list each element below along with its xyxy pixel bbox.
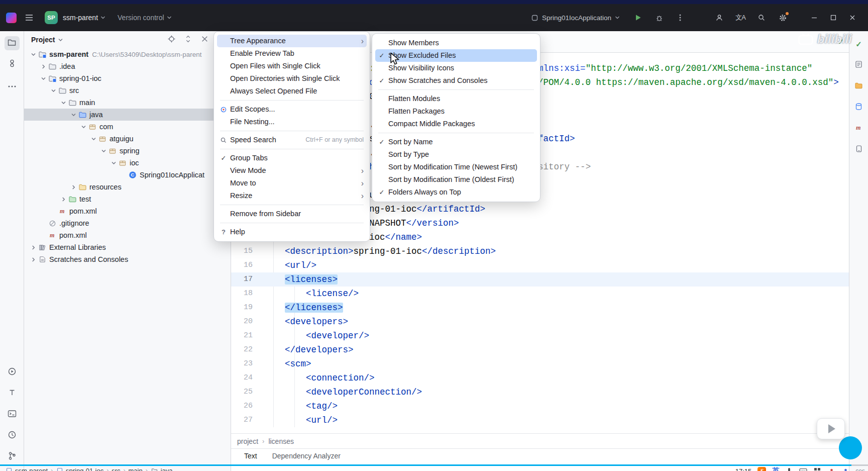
tree-item-java[interactable]: java	[24, 109, 231, 121]
debug-button[interactable]	[651, 10, 667, 25]
code-line-23[interactable]: 23 <scm>	[231, 357, 849, 371]
project-tool-button[interactable]	[5, 36, 20, 50]
maximize-button[interactable]	[824, 10, 843, 25]
chevron-right-icon[interactable]	[29, 243, 38, 252]
keyboard-icon[interactable]	[799, 467, 807, 471]
tree-item-test[interactable]: test	[24, 193, 231, 205]
menu-item-speed-search[interactable]: Speed SearchCtrl+F or any symbol	[217, 134, 367, 146]
bilibili-play-widget[interactable]	[817, 418, 857, 458]
chevron-down-icon[interactable]	[49, 86, 58, 95]
code-line-19[interactable]: 19 </licenses>	[231, 301, 849, 315]
tree-item-ssm-parent[interactable]: ssm-parentC:\Users\53409\Desktop\ssm-par…	[24, 48, 231, 60]
code-line-17[interactable]: 17 <licenses>	[231, 272, 849, 287]
tree-item-ioc[interactable]: ioc	[24, 157, 231, 169]
menu-item-always-select-opened-file[interactable]: Always Select Opened File	[217, 85, 367, 98]
grid-icon[interactable]	[813, 467, 821, 471]
code-line-25[interactable]: 25 <developerConnection/>	[231, 385, 849, 399]
git-tool-button[interactable]	[5, 450, 20, 464]
menu-item-edit-scopes[interactable]: Edit Scopes...	[217, 103, 367, 116]
expand-collapse-button[interactable]	[183, 35, 192, 44]
device-tool-button[interactable]	[853, 145, 864, 155]
chevron-down-icon[interactable]	[99, 147, 108, 155]
tree-item-pom-xml[interactable]: mpom.xml	[24, 229, 231, 241]
code-line-22[interactable]: 22 </developers>	[231, 343, 849, 357]
menu-item-folders-always-on-top[interactable]: ✓Folders Always on Top	[375, 186, 537, 199]
tree-item-gitignore[interactable]: .gitignore	[24, 217, 231, 229]
breadcrumb-item-project[interactable]: project	[237, 437, 258, 445]
menu-item-flatten-packages[interactable]: Flatten Packages	[375, 105, 537, 118]
menu-item-compact-middle-packages[interactable]: Compact Middle Packages	[375, 118, 537, 130]
menu-item-sort-by-type[interactable]: Sort by Type	[375, 148, 537, 161]
chevron-down-icon[interactable]	[69, 111, 78, 119]
menu-item-flatten-modules[interactable]: Flatten Modules	[375, 92, 537, 105]
tree-item-resources[interactable]: resources	[24, 181, 231, 193]
chevron-down-icon[interactable]	[59, 99, 68, 107]
chevron-right-icon[interactable]	[69, 183, 78, 192]
tree-item-main[interactable]: main	[24, 97, 231, 109]
code-line-18[interactable]: 18 <license/>	[231, 287, 849, 301]
terminal-tool-button[interactable]	[5, 408, 20, 422]
run-configuration-widget[interactable]: Spring01IocApplication	[531, 14, 620, 22]
menu-item-tree-appearance[interactable]: Tree Appearance›	[217, 35, 367, 47]
menu-item-remove-from-sidebar[interactable]: Remove from Sidebar	[217, 208, 367, 220]
status-path-main[interactable]: main	[129, 467, 143, 471]
menu-item-file-nesting[interactable]: File Nesting...	[217, 116, 367, 128]
more-actions-button[interactable]	[672, 10, 688, 25]
tree-item-atguigu[interactable]: atguigu	[24, 133, 231, 145]
menu-item-sort-by-name[interactable]: ✓Sort by Name	[375, 136, 537, 148]
tree-item-idea[interactable]: .idea	[24, 60, 231, 72]
chevron-down-icon[interactable]	[29, 50, 38, 59]
user-blue-icon[interactable]	[841, 467, 849, 471]
tree-item-spring01iocapplicat[interactable]: CSpring01IocApplicat	[24, 169, 231, 181]
main-menu-button[interactable]	[22, 10, 37, 25]
menu-item-resize[interactable]: Resize›	[217, 190, 367, 202]
code-line-24[interactable]: 24 <connection/>	[231, 371, 849, 385]
code-line-20[interactable]: 20 <developers>	[231, 315, 849, 329]
tree-item-external-libraries[interactable]: External Libraries	[24, 241, 231, 253]
maven-tool-button[interactable]	[853, 81, 864, 91]
maven-module-tool-button[interactable]: m	[853, 124, 864, 134]
document-tool-button[interactable]	[853, 60, 864, 70]
menu-item-sort-by-modification-time-newest-first[interactable]: Sort by Modification Time (Newest First)	[375, 161, 537, 173]
tab-dependency-analyzer[interactable]: Dependency Analyzer	[272, 452, 341, 466]
tree-item-scratches-and-consoles[interactable]: Scratches and Consoles	[24, 253, 231, 265]
menu-item-enable-preview-tab[interactable]: Enable Preview Tab	[217, 47, 367, 60]
code-line-21[interactable]: 21 <developer/>	[231, 329, 849, 343]
minimize-button[interactable]	[805, 10, 824, 25]
tree-item-src[interactable]: src	[24, 84, 231, 97]
tree-item-spring[interactable]: spring	[24, 145, 231, 157]
tree-item-com[interactable]: com	[24, 121, 231, 133]
database-tool-button[interactable]	[853, 103, 864, 113]
code-line-27[interactable]: 27 <url/>	[231, 413, 849, 427]
menu-item-open-directories-with-single-click[interactable]: Open Directories with Single Click	[217, 72, 367, 85]
settings-button[interactable]	[775, 10, 791, 25]
breadcrumb-item-licenses[interactable]: licenses	[268, 437, 294, 445]
structure-tool-button[interactable]	[5, 57, 20, 71]
sogou-ime-icon[interactable]: S	[757, 467, 766, 471]
ime-language-indicator[interactable]: 英	[772, 466, 779, 471]
menu-item-show-members[interactable]: Show Members	[375, 37, 537, 49]
status-path-src[interactable]: src	[112, 467, 120, 471]
menu-item-move-to[interactable]: Move to›	[217, 177, 367, 190]
translate-button[interactable]: 文A	[732, 10, 748, 25]
services-tool-button[interactable]	[5, 365, 20, 380]
chevron-right-icon[interactable]	[59, 195, 68, 204]
code-line-15[interactable]: 15 <description>spring-01-ioc</descripti…	[231, 244, 849, 258]
locate-file-button[interactable]	[167, 35, 176, 44]
menu-item-open-files-with-single-click[interactable]: Open Files with Single Click	[217, 60, 367, 72]
status-path-java[interactable]: java	[151, 466, 173, 471]
menu-item-sort-by-modification-time-oldest-first[interactable]: Sort by Modification Time (Oldest First)	[375, 173, 537, 186]
tree-item-pom-xml[interactable]: mpom.xml	[24, 205, 231, 217]
status-path-ssm-parent[interactable]: ssm-parent	[5, 466, 48, 471]
menu-item-group-tabs[interactable]: ✓Group Tabs	[217, 152, 367, 164]
tab-text[interactable]: Text	[244, 452, 257, 466]
inspections-ok-tool-button[interactable]: ✓	[853, 39, 864, 49]
code-line-26[interactable]: 26 <tag/>	[231, 399, 849, 413]
chevron-down-icon[interactable]	[79, 123, 88, 131]
menu-item-help[interactable]: ?Help	[217, 226, 367, 238]
chevron-right-icon[interactable]	[39, 62, 48, 71]
profile-button[interactable]	[711, 10, 727, 25]
build-tool-button[interactable]	[5, 387, 20, 401]
collapse-all-button[interactable]	[200, 35, 209, 44]
status-path-spring-01-ioc[interactable]: spring-01-ioc	[56, 466, 103, 471]
